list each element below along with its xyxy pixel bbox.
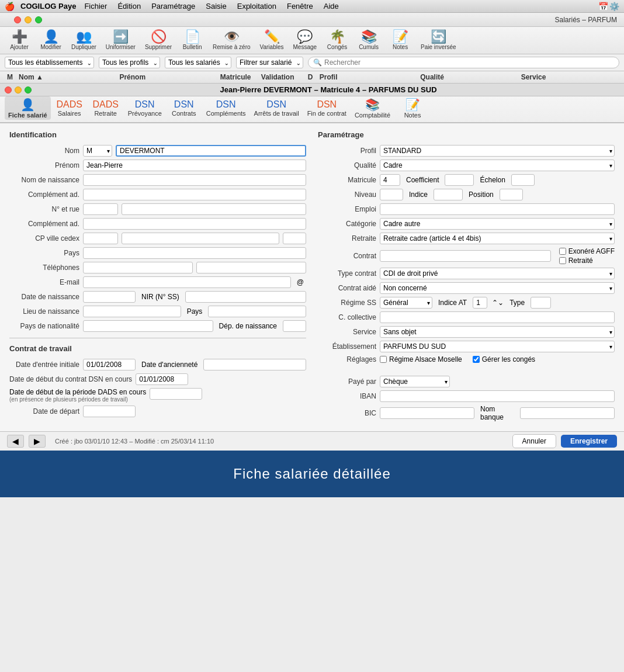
date-dads-input[interactable]	[150, 388, 202, 400]
nom-banque-input[interactable]	[520, 407, 615, 419]
type-input[interactable]	[531, 297, 551, 309]
tab-prevoyance[interactable]: DSN Prévoyance	[124, 98, 165, 118]
categorie-select[interactable]: Cadre autre	[380, 218, 615, 230]
gear-icon[interactable]: ⚙️	[609, 2, 619, 11]
ville-input[interactable]	[122, 233, 279, 244]
menu-fenetre[interactable]: Fenêtre	[282, 2, 318, 11]
ajouter-button[interactable]: ➕ Ajouter	[5, 29, 34, 51]
iban-input[interactable]	[380, 390, 615, 402]
calendar-icon[interactable]: 📅	[598, 2, 608, 11]
salaries-select[interactable]: Tous les salariés	[165, 57, 231, 68]
menu-parametrage[interactable]: Paramétrage	[147, 2, 200, 11]
date-dsn-input[interactable]	[136, 373, 188, 385]
type-contrat-select[interactable]: CDI de droit privé	[380, 268, 615, 279]
prev-button[interactable]: ◀	[7, 435, 24, 448]
uniformiser-button[interactable]: ➡️ Uniformiser	[102, 29, 139, 51]
tab-notes[interactable]: 📝 Notes	[395, 96, 430, 120]
cancel-button[interactable]: Annuler	[512, 434, 556, 448]
emploi-input[interactable]	[380, 203, 615, 215]
tab-comptabilite[interactable]: 📚 Comptabilité	[351, 96, 394, 120]
tab-fin[interactable]: DSN Fin de contrat	[304, 98, 350, 118]
date-depart-input[interactable]	[83, 406, 136, 417]
modifier-button[interactable]: 👤 Modifier	[36, 29, 65, 51]
minimize-button[interactable]	[25, 16, 32, 23]
conges-checkbox[interactable]	[473, 356, 480, 363]
menu-edition[interactable]: Édition	[113, 2, 145, 11]
tab-retraite[interactable]: DADS Retraite	[88, 98, 123, 118]
next-button[interactable]: ▶	[29, 435, 46, 448]
message-button[interactable]: 💬 Message	[290, 29, 321, 51]
regime-ss-select[interactable]: Général	[380, 297, 432, 309]
complement-ad1-input[interactable]	[83, 189, 306, 200]
exonere-checkbox[interactable]	[559, 248, 566, 255]
date-anciennete-input[interactable]	[203, 359, 306, 370]
indice-at-stepper[interactable]: ⌃⌄	[492, 299, 504, 307]
date-naissance-input[interactable]	[83, 291, 136, 303]
c-collective-input[interactable]	[380, 311, 615, 323]
cp-input[interactable]	[83, 233, 118, 244]
coefficient-input[interactable]	[445, 174, 474, 186]
conges-button[interactable]: 🌴 Congés	[323, 29, 352, 51]
retraite-select[interactable]: Retraite cadre (article 4 et 4bis)	[380, 233, 615, 244]
retraite2-checkbox-label[interactable]: Retraité	[559, 257, 615, 265]
date-entree-input[interactable]	[83, 359, 136, 370]
paye-par-select[interactable]: Chèque	[380, 376, 450, 387]
emp-min-button[interactable]	[15, 86, 22, 93]
qualite-select[interactable]: Cadre	[380, 160, 615, 171]
emp-max-button[interactable]	[25, 86, 32, 93]
echelon-input[interactable]	[511, 174, 535, 186]
search-input[interactable]	[324, 58, 614, 67]
tab-arrets[interactable]: DSN Arrêts de travail	[251, 98, 303, 118]
profil-select[interactable]: STANDARD	[380, 145, 615, 157]
conges-checkbox-label[interactable]: Gérer les congés	[473, 355, 535, 363]
tab-fiche-salarie[interactable]: 👤 Fiche salarié	[5, 96, 51, 120]
tab-salaires[interactable]: DADS Salaires	[52, 98, 87, 118]
niveau-input[interactable]	[380, 189, 403, 200]
retraite2-checkbox[interactable]	[559, 257, 566, 264]
filtrer-select[interactable]: Filtrer sur salarié	[236, 57, 303, 68]
tel1-input[interactable]	[83, 262, 193, 273]
lieu-naissance-input[interactable]	[83, 306, 181, 317]
dupliquer-button[interactable]: 👥 Dupliquer	[68, 29, 100, 51]
save-button[interactable]: Enregistrer	[561, 435, 617, 448]
menu-exploitation[interactable]: Exploitation	[233, 2, 281, 11]
menu-fichier[interactable]: Fichier	[79, 2, 112, 11]
menu-aide[interactable]: Aide	[319, 2, 344, 11]
remise-button[interactable]: 👁️ Remise à zéro	[209, 29, 254, 51]
contrat-input[interactable]	[380, 250, 551, 262]
cedex-input[interactable]	[283, 233, 306, 244]
nom-naissance-input[interactable]	[83, 174, 306, 186]
pays-nationalite-input[interactable]	[83, 320, 213, 332]
num-input[interactable]	[83, 203, 118, 215]
nir-input[interactable]	[185, 291, 306, 303]
etablissement-select[interactable]: PARFUMS DU SUD	[380, 341, 615, 352]
emp-close-button[interactable]	[5, 86, 12, 93]
pays2-input[interactable]	[208, 306, 306, 317]
indice-at-input[interactable]	[473, 297, 487, 309]
paie-button[interactable]: 🔄 Paie inversée	[417, 29, 460, 51]
alsace-checkbox[interactable]	[380, 356, 387, 363]
service-select[interactable]: Sans objet	[380, 326, 615, 338]
nom-input[interactable]	[116, 145, 306, 157]
civilite-select[interactable]: M	[83, 145, 112, 157]
pays-input[interactable]	[83, 247, 306, 259]
email-input[interactable]	[83, 276, 291, 288]
bic-input[interactable]	[380, 407, 474, 419]
maximize-button[interactable]	[35, 16, 42, 23]
notes-button[interactable]: 📝 Notes	[386, 29, 415, 51]
position-input[interactable]	[500, 189, 523, 200]
prenom-input[interactable]	[83, 160, 306, 171]
apple-menu[interactable]: 🍎	[5, 2, 15, 11]
complement-ad2-input[interactable]	[83, 218, 306, 230]
variables-button[interactable]: ✏️ Variables	[256, 29, 287, 51]
tab-complements[interactable]: DSN Compléments	[203, 98, 249, 118]
supprimer-button[interactable]: 🚫 Supprimer	[141, 29, 175, 51]
menu-saisie[interactable]: Saisie	[201, 2, 231, 11]
matricule-input[interactable]	[380, 174, 400, 186]
etablissements-select[interactable]: Tous les établissements	[5, 57, 94, 68]
contrat-aide-select[interactable]: Non concerné	[380, 282, 615, 294]
bulletin-button[interactable]: 📄 Bulletin	[178, 29, 207, 51]
tel2-input[interactable]	[196, 262, 306, 273]
indice-input[interactable]	[434, 189, 463, 200]
dep-naissance-input[interactable]	[283, 320, 306, 332]
